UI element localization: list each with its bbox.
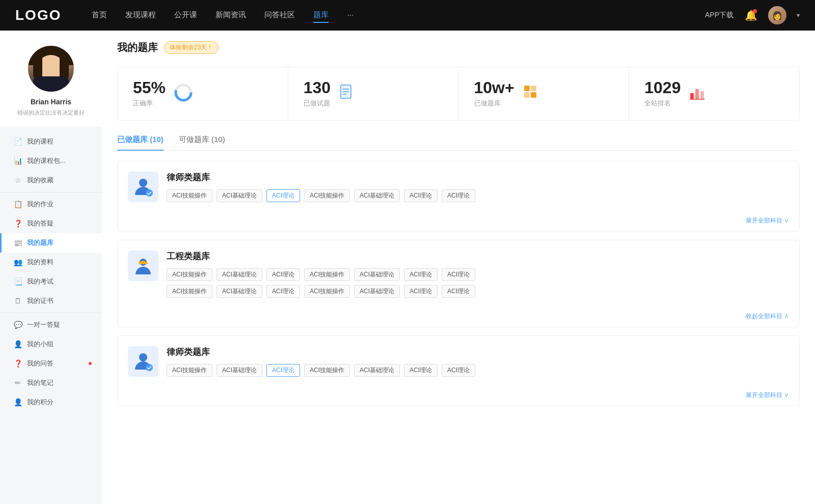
sidebar-item-certificate[interactable]: 🗒 我的证书 bbox=[0, 291, 102, 311]
tag-eng-r2-0[interactable]: ACI技能操作 bbox=[167, 285, 212, 298]
stat-accuracy-value: 55% bbox=[133, 79, 166, 96]
nav-home[interactable]: 首页 bbox=[92, 8, 107, 23]
nav-qbank[interactable]: 题库 bbox=[313, 8, 329, 23]
tag-lawyer2-5[interactable]: ACI理论 bbox=[404, 364, 438, 377]
qbank-info-lawyer2: 律师类题库 ACI技能操作 ACI基础理论 ACI理论 ACI技能操作 ACI基… bbox=[167, 346, 789, 381]
tag-eng-r2-3[interactable]: ACI技能操作 bbox=[304, 285, 350, 298]
tag-eng-r2-4[interactable]: ACI基础理论 bbox=[354, 285, 400, 298]
tag-eng-r1-5[interactable]: ACI理论 bbox=[404, 268, 438, 281]
nav-more[interactable]: ··· bbox=[347, 8, 354, 23]
course-packages-icon: 📊 bbox=[14, 157, 22, 165]
stat-done-text: 130 已做试题 bbox=[304, 79, 331, 108]
tag-lawyer2-6[interactable]: ACI理论 bbox=[442, 364, 475, 377]
sidebar-item-exam[interactable]: 📃 我的考试 bbox=[0, 272, 102, 291]
qbank-section-lawyer2: 律师类题库 ACI技能操作 ACI基础理论 ACI理论 ACI技能操作 ACI基… bbox=[117, 335, 800, 406]
tag-eng-r2-5[interactable]: ACI理论 bbox=[404, 285, 438, 298]
qbank-icon: 📰 bbox=[14, 239, 22, 247]
group-icon: 👤 bbox=[14, 340, 22, 348]
tag-lawyer1-4[interactable]: ACI基础理论 bbox=[354, 189, 400, 202]
tag-lawyer2-2[interactable]: ACI理论 bbox=[266, 364, 300, 377]
sidebar-item-tutor[interactable]: 💬 一对一答疑 bbox=[0, 315, 102, 334]
tag-lawyer2-1[interactable]: ACI基础理论 bbox=[216, 364, 262, 377]
certificate-icon: 🗒 bbox=[14, 297, 22, 305]
tag-eng-r1-3[interactable]: ACI技能操作 bbox=[304, 268, 350, 281]
tag-lawyer2-4[interactable]: ACI基础理论 bbox=[354, 364, 400, 377]
tag-lawyer1-0[interactable]: ACI技能操作 bbox=[167, 189, 212, 202]
sidebar-item-label: 我的答疑 bbox=[27, 219, 53, 228]
sidebar-item-courses[interactable]: 📄 我的课程 bbox=[0, 132, 102, 151]
logo: LOGO bbox=[15, 7, 61, 23]
sidebar-item-group[interactable]: 👤 我的小组 bbox=[0, 334, 102, 354]
page-header: 我的题库 体验剩余23天！ bbox=[117, 41, 800, 54]
stat-rank-text: 1029 全站排名 bbox=[644, 79, 681, 108]
avatar[interactable]: 👩 bbox=[768, 6, 786, 24]
sidebar: Brian Harris 错误的决定比没有决定要好 📄 我的课程 📊 我的课程包… bbox=[0, 31, 102, 504]
nav-open-course[interactable]: 公开课 bbox=[174, 8, 197, 23]
qbank-title-lawyer1: 律师类题库 bbox=[167, 172, 789, 183]
sidebar-item-homework[interactable]: 📋 我的作业 bbox=[0, 194, 102, 214]
tag-eng-r2-1[interactable]: ACI基础理论 bbox=[216, 285, 262, 298]
qbank-info-lawyer1: 律师类题库 ACI技能操作 ACI基础理论 ACI理论 ACI技能操作 ACI基… bbox=[167, 172, 789, 206]
sidebar-item-points[interactable]: 👤 我的积分 bbox=[0, 393, 102, 412]
collapse-engineer[interactable]: 收起全部科目 ∧ bbox=[118, 312, 799, 327]
nav-qa[interactable]: 问答社区 bbox=[264, 8, 295, 23]
svg-rect-7 bbox=[531, 86, 536, 91]
sidebar-item-favorites[interactable]: ☆ 我的收藏 bbox=[0, 171, 102, 190]
tag-eng-r2-2[interactable]: ACI理论 bbox=[266, 285, 300, 298]
tab-available-banks[interactable]: 可做题库 (10) bbox=[179, 135, 225, 151]
tag-lawyer1-6[interactable]: ACI理论 bbox=[442, 189, 475, 202]
stat-done-banks: 10w+ 已做题库 bbox=[459, 67, 630, 120]
tag-eng-r1-2[interactable]: ACI理论 bbox=[266, 268, 300, 281]
sidebar-item-my-qa[interactable]: ❓ 我的答疑 bbox=[0, 214, 102, 233]
stat-rank-value: 1029 bbox=[644, 79, 681, 96]
svg-point-14 bbox=[139, 179, 147, 187]
tag-lawyer2-3[interactable]: ACI技能操作 bbox=[304, 364, 350, 377]
tag-eng-r1-6[interactable]: ACI理论 bbox=[442, 268, 475, 281]
nav-news[interactable]: 新闻资讯 bbox=[215, 8, 246, 23]
courses-icon: 📄 bbox=[14, 137, 22, 146]
stat-done-label: 已做试题 bbox=[304, 99, 331, 108]
sidebar-username: Brian Harris bbox=[31, 98, 71, 106]
app-download-button[interactable]: APP下载 bbox=[705, 11, 734, 20]
sidebar-item-qbank[interactable]: 📰 我的题库 bbox=[0, 233, 102, 253]
tag-lawyer1-1[interactable]: ACI基础理论 bbox=[216, 189, 262, 202]
profile-chevron-icon[interactable]: ▾ bbox=[797, 12, 800, 19]
tag-eng-r1-4[interactable]: ACI基础理论 bbox=[354, 268, 400, 281]
svg-rect-9 bbox=[531, 92, 536, 98]
tag-eng-r2-6[interactable]: ACI理论 bbox=[442, 285, 475, 298]
tag-eng-r1-1[interactable]: ACI基础理论 bbox=[216, 268, 262, 281]
sidebar-item-course-packages[interactable]: 📊 我的课程包... bbox=[0, 151, 102, 171]
expand-lawyer2[interactable]: 展开全部科目 ∨ bbox=[118, 391, 799, 406]
qbank-info-engineer: 工程类题库 ACI技能操作 ACI基础理论 ACI理论 ACI技能操作 ACI基… bbox=[167, 250, 789, 302]
qbank-icon-lawyer1 bbox=[128, 172, 158, 202]
sidebar-item-questions[interactable]: ❓ 我的问答 bbox=[0, 354, 102, 373]
sidebar-item-label: 我的课程 bbox=[27, 137, 53, 146]
stat-accuracy-text: 55% 正确率 bbox=[133, 79, 166, 108]
topnav-right: APP下载 🔔 👩 ▾ bbox=[705, 6, 800, 24]
qbank-section-lawyer1: 律师类题库 ACI技能操作 ACI基础理论 ACI理论 ACI技能操作 ACI基… bbox=[117, 161, 800, 232]
sidebar-item-notes[interactable]: ✏ 我的笔记 bbox=[0, 373, 102, 393]
qbank-title-lawyer2: 律师类题库 bbox=[167, 346, 789, 358]
tag-lawyer1-2[interactable]: ACI理论 bbox=[266, 189, 300, 202]
qbank-icon-engineer bbox=[128, 250, 158, 281]
stat-done-questions: 130 已做试题 bbox=[288, 67, 459, 120]
tag-eng-r1-0[interactable]: ACI技能操作 bbox=[167, 268, 212, 281]
tag-lawyer1-5[interactable]: ACI理论 bbox=[404, 189, 438, 202]
stat-accuracy-label: 正确率 bbox=[133, 99, 166, 108]
main-content: 我的题库 体验剩余23天！ 55% 正确率 1 bbox=[102, 31, 815, 504]
qbank-header-engineer: 工程类题库 ACI技能操作 ACI基础理论 ACI理论 ACI技能操作 ACI基… bbox=[118, 240, 799, 312]
expand-lawyer1[interactable]: 展开全部科目 ∨ bbox=[118, 216, 799, 231]
question-badge-dot bbox=[89, 362, 92, 365]
qbank-tags-engineer-row2: ACI技能操作 ACI基础理论 ACI理论 ACI技能操作 ACI基础理论 AC… bbox=[167, 285, 789, 298]
tab-done-banks[interactable]: 已做题库 (10) bbox=[117, 135, 164, 151]
sidebar-item-label: 我的积分 bbox=[27, 398, 53, 407]
nav-discover[interactable]: 发现课程 bbox=[125, 8, 156, 23]
stat-done-value: 130 bbox=[304, 79, 331, 96]
tag-lawyer1-3[interactable]: ACI技能操作 bbox=[304, 189, 350, 202]
notification-bell[interactable]: 🔔 bbox=[744, 8, 758, 22]
questions-icon: ❓ bbox=[14, 359, 22, 368]
stat-banks-value: 10w+ bbox=[474, 79, 514, 96]
svg-point-18 bbox=[139, 353, 147, 361]
sidebar-item-profile[interactable]: 👥 我的资料 bbox=[0, 253, 102, 272]
tag-lawyer2-0[interactable]: ACI技能操作 bbox=[167, 364, 212, 377]
